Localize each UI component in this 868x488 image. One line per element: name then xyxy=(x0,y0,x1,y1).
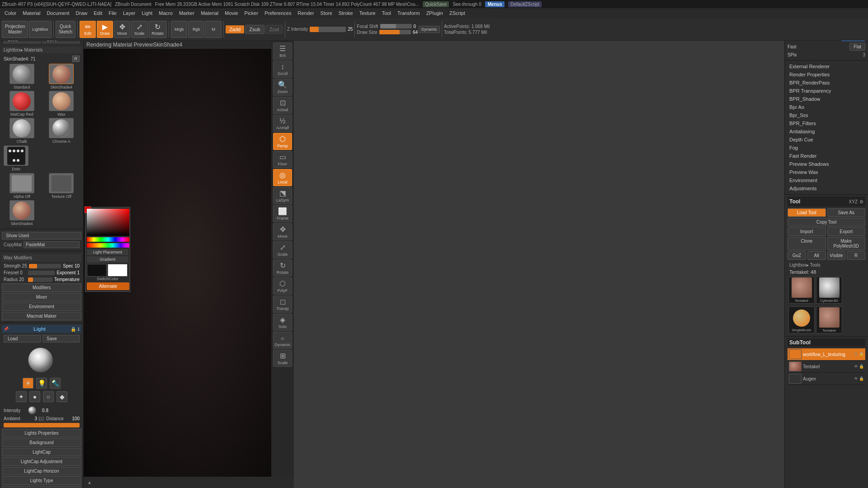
dynamic-btn[interactable]: Dynamic xyxy=(419,26,440,33)
light-star-icon[interactable]: ✦ xyxy=(16,391,27,402)
light-sun-icon[interactable]: ☀ xyxy=(23,378,33,389)
scale-btn[interactable]: ⤢ Scale xyxy=(131,21,148,38)
save-as-btn[interactable]: Save As xyxy=(827,208,866,217)
lightbox-materials[interactable]: Lightbox▸ Materials xyxy=(2,47,81,53)
preview-wax-item[interactable]: Preview Wax xyxy=(788,168,865,176)
menu-store[interactable]: Store xyxy=(318,9,335,17)
mat-chrome[interactable]: Chrome A xyxy=(42,118,81,144)
zcut-btn[interactable]: Zcut xyxy=(265,25,283,34)
side-local-btn[interactable]: ◎ Local xyxy=(273,169,292,186)
side-frame-btn[interactable]: ⬜ Frame xyxy=(273,205,292,222)
external-renderer-item[interactable]: External Renderer xyxy=(788,62,865,70)
menu-movie[interactable]: Movie xyxy=(222,9,241,17)
menu-material[interactable]: Material xyxy=(20,9,43,17)
light-dot-icon[interactable]: ● xyxy=(29,391,40,402)
rgb-btn[interactable]: Rgb xyxy=(188,21,204,38)
show-used-btn[interactable]: Show Used xyxy=(2,232,81,239)
side-lsym-btn[interactable]: ⬔ LaSym xyxy=(273,187,292,204)
lights-props-btn[interactable]: Lights Properties xyxy=(2,429,81,437)
environment-item[interactable]: Environment xyxy=(788,176,865,184)
mat-alpha-off[interactable]: Alpha Off xyxy=(3,173,41,199)
bpr-ao-item[interactable]: Bpr Ao xyxy=(788,103,865,111)
strength-slider[interactable] xyxy=(29,264,61,268)
pastemat-value[interactable]: PasteMat xyxy=(24,241,80,248)
subtool-lock2-icon[interactable]: 🔒 xyxy=(859,352,864,357)
side-move-btn[interactable]: ✥ Move xyxy=(273,223,292,240)
subtool-eye3-icon[interactable]: 👁 xyxy=(854,376,858,381)
render-properties-item[interactable]: Render Properties xyxy=(788,70,865,79)
menu-stroke[interactable]: Stroke xyxy=(336,9,356,17)
alternate-btn[interactable]: Alternate xyxy=(87,282,129,290)
menu-preferences[interactable]: Preferences xyxy=(262,9,294,17)
side-floor-btn[interactable]: ▭ Floor xyxy=(273,151,292,168)
depth-cue-item[interactable]: Depth Cue xyxy=(788,136,865,144)
mat-matcap-red[interactable]: MatCap Red xyxy=(3,91,41,117)
color-rainbow-bar[interactable] xyxy=(87,243,129,248)
fog-item[interactable]: Fog xyxy=(788,144,865,152)
all-btn[interactable]: All xyxy=(807,251,826,260)
color-hue-bar[interactable] xyxy=(87,237,129,242)
macmat-maker-btn[interactable]: Macmat Maker xyxy=(2,312,81,320)
light-diamond-icon[interactable]: ◆ xyxy=(57,391,67,402)
side-aahalf-btn[interactable]: ½ AAHalf xyxy=(273,115,292,132)
mat-skinshade4b[interactable]: SkinShade4 xyxy=(3,200,41,226)
subtool-eye2-icon[interactable]: 👁 xyxy=(854,364,858,369)
lightcap-adj-btn[interactable]: LightCap Adjustment xyxy=(2,457,81,466)
draw-size-slider[interactable] xyxy=(379,30,411,34)
subtool-item-tentakel[interactable]: Tentakel 👁 🔒 xyxy=(788,361,865,373)
color-swatch-white[interactable] xyxy=(108,264,127,277)
color-gradient-box[interactable] xyxy=(87,209,129,236)
lightcap-horizon-btn[interactable]: LightCap Horizon xyxy=(2,467,81,475)
side-persp-btn[interactable]: ⬡ Persp xyxy=(273,133,292,150)
menu-document[interactable]: Document xyxy=(44,9,72,17)
menu-material2[interactable]: Material xyxy=(198,9,221,17)
menu-texture[interactable]: Texture xyxy=(357,9,378,17)
side-transp-btn[interactable]: ◻ Transp xyxy=(273,296,292,313)
flat-btn[interactable]: Flat xyxy=(849,43,865,51)
export-btn[interactable]: Export xyxy=(827,227,866,236)
projection-master-btn[interactable]: ProjectionMaster xyxy=(2,21,28,38)
mat-skinshade4[interactable]: SkinShade4 xyxy=(42,64,81,89)
environment-btn[interactable]: Environment xyxy=(2,302,81,311)
tool-thumb-tentakel2[interactable]: Tentakel xyxy=(816,306,842,333)
side-polyf-btn[interactable]: ⬡ PolyF xyxy=(273,277,292,295)
menu-picker[interactable]: Picker xyxy=(242,9,261,17)
light-lock-icon[interactable]: 🔒 xyxy=(71,327,76,332)
mrgb-btn[interactable]: Mrgb xyxy=(171,21,187,38)
subtool-lock3-icon[interactable]: 🔒 xyxy=(859,364,864,369)
subtool-eye-icon[interactable]: 👁 xyxy=(854,352,858,357)
tool-thumb-singlebr[interactable]: SingleBrush xyxy=(788,306,815,333)
fresnel-slider[interactable] xyxy=(28,271,55,275)
preview-shadows-item[interactable]: Preview Shadows xyxy=(788,160,865,168)
goz-btn[interactable]: GoZ xyxy=(788,251,806,260)
menu-zscript[interactable]: ZScript xyxy=(447,9,468,17)
script-btn[interactable]: DefaultZScript xyxy=(508,1,541,7)
lights-type-btn[interactable]: Lights Type xyxy=(2,476,81,485)
tool-thumb-cylinder3d[interactable]: Cylinder3D xyxy=(816,277,842,304)
radius-slider[interactable] xyxy=(28,277,52,282)
menu-layer[interactable]: Layer xyxy=(120,9,138,17)
menu-draw[interactable]: Draw xyxy=(73,9,90,17)
menus-btn[interactable]: Menus xyxy=(485,1,505,7)
import-btn[interactable]: Import xyxy=(788,227,826,236)
mat-dots[interactable]: Dots xyxy=(4,145,28,171)
subtool-item-workflow[interactable]: workflow_L_texturing 👁 🔒 xyxy=(788,348,865,361)
lights-placement-btn[interactable]: Lights Placement xyxy=(2,486,81,488)
menu-color[interactable]: Color xyxy=(2,9,19,17)
light-header[interactable]: 📌 Light 🔒 ℹ xyxy=(2,325,81,333)
tool-thumb-tentakel[interactable]: Tentakel xyxy=(788,277,815,304)
m-btn[interactable]: M xyxy=(205,21,222,38)
clone-btn[interactable]: Clone xyxy=(788,237,826,250)
side-actual-btn[interactable]: ⊡ Actual xyxy=(273,97,292,114)
lightbox-btn[interactable]: LightBox xyxy=(29,21,51,38)
mat-standard[interactable]: Standard xyxy=(3,64,41,89)
rotate-btn[interactable]: ↻ Rotate xyxy=(149,21,167,38)
bpr-shadow-item[interactable]: BPR_Shadow xyxy=(788,95,865,103)
light-info-icon[interactable]: ℹ xyxy=(78,327,80,332)
lightbox-tools-label[interactable]: Lightbox▸ Tools xyxy=(788,262,865,268)
menu-marker[interactable]: Marker xyxy=(176,9,197,17)
bpr-filters-item[interactable]: BPR_Filters xyxy=(788,119,865,127)
visible-btn[interactable]: Visible xyxy=(827,251,846,260)
lightcap-btn[interactable]: LightCap xyxy=(2,448,81,456)
mixer-btn[interactable]: Mixer xyxy=(2,293,81,301)
